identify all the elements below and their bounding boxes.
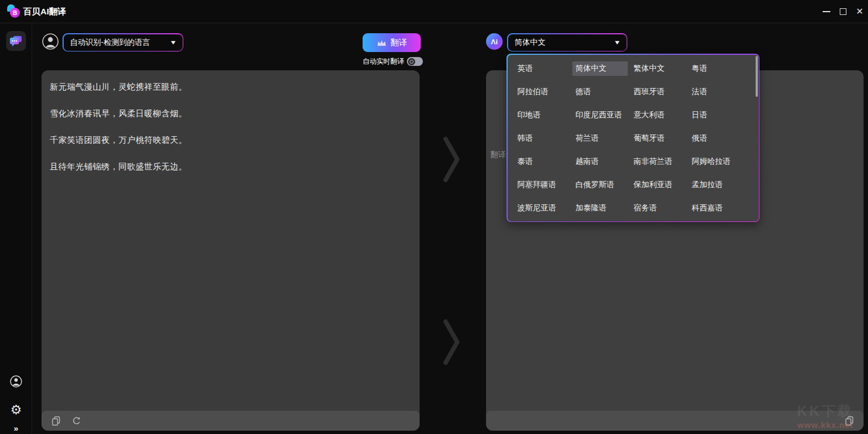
- language-dropdown-panel: 英语 简体中文 繁体中文 粤语 阿拉伯语 德语 西班牙语 法语 印地语 印度尼西…: [507, 54, 760, 222]
- retranslate-button[interactable]: [71, 416, 81, 426]
- language-option[interactable]: 阿拉伯语: [518, 87, 576, 97]
- sidebar-collapse-button[interactable]: »: [0, 423, 32, 433]
- app-title: 百贝AI翻译: [23, 0, 66, 23]
- language-option[interactable]: 科西嘉语: [692, 203, 750, 213]
- source-line: 新元瑞气漫山川，灵蛇携祥至眼前。: [50, 74, 411, 100]
- gear-icon: ⚙: [11, 404, 22, 416]
- logo-b-icon: B: [10, 8, 20, 18]
- ai-avatar-icon: Λi: [486, 33, 503, 50]
- language-option[interactable]: 德语: [576, 87, 634, 97]
- target-panel-toolbar: [486, 411, 864, 431]
- language-option[interactable]: 粤语: [692, 64, 750, 74]
- close-icon: ✕: [856, 7, 863, 16]
- refresh-icon: [72, 416, 81, 426]
- source-user-avatar: [42, 33, 59, 50]
- language-option[interactable]: 英语: [518, 64, 576, 74]
- account-icon: [10, 375, 22, 388]
- translate-button-label: 翻译: [391, 38, 407, 48]
- language-option[interactable]: 俄语: [692, 133, 750, 143]
- language-option[interactable]: 白俄罗斯语: [576, 180, 634, 190]
- maximize-button[interactable]: [834, 0, 852, 23]
- language-option-selected[interactable]: 简体中文: [576, 61, 634, 76]
- language-option[interactable]: 保加利亚语: [634, 180, 692, 190]
- language-option[interactable]: 阿姆哈拉语: [692, 157, 750, 167]
- dropdown-scrollbar[interactable]: [756, 56, 758, 97]
- source-line: 雪化冰消春讯早，风柔日暖柳含烟。: [50, 100, 411, 127]
- copy-button[interactable]: [51, 416, 61, 426]
- app-logo-icon: B: [7, 4, 22, 19]
- language-option[interactable]: 印度尼西亚语: [576, 110, 634, 120]
- language-option[interactable]: 阿塞拜疆语: [518, 180, 576, 190]
- collapse-icon: »: [14, 423, 18, 433]
- source-line: 且待年光铺锦绣，同歌盛世乐无边。: [50, 153, 411, 180]
- chevron-down-icon: ▼: [613, 39, 621, 45]
- copy-icon: [52, 416, 60, 426]
- maximize-icon: [840, 8, 846, 15]
- copy-button[interactable]: [844, 416, 854, 426]
- source-text-area[interactable]: 新元瑞气漫山川，灵蛇携祥至眼前。 雪化冰消春讯早，风柔日暖柳含烟。 千家笑语团圆…: [42, 70, 420, 431]
- language-option[interactable]: 泰语: [518, 157, 576, 167]
- target-language-label: 简体中文: [515, 38, 614, 48]
- language-option[interactable]: 加泰隆语: [576, 203, 634, 213]
- sidebar: ⚙ »: [0, 24, 32, 434]
- language-option[interactable]: 越南语: [576, 157, 634, 167]
- copy-icon: [845, 416, 854, 426]
- language-option[interactable]: 荷兰语: [576, 133, 634, 143]
- source-line: 千家笑语团圆夜，万户桃符映碧天。: [50, 127, 411, 153]
- toggle-knob: [408, 58, 415, 65]
- language-option[interactable]: 孟加拉语: [692, 180, 750, 190]
- sidebar-settings-button[interactable]: ⚙: [0, 404, 32, 416]
- language-option[interactable]: 法语: [692, 87, 750, 97]
- language-grid: 英语 简体中文 繁体中文 粤语 阿拉伯语 德语 西班牙语 法语 印地语 印度尼西…: [518, 57, 750, 220]
- language-option[interactable]: 韩语: [518, 133, 576, 143]
- language-option[interactable]: 日语: [692, 110, 750, 120]
- title-bar: B 百贝AI翻译 ✕: [0, 0, 868, 23]
- language-option[interactable]: 繁体中文: [634, 64, 692, 74]
- chat-translate-icon: [9, 35, 23, 47]
- language-option[interactable]: 西班牙语: [634, 87, 692, 97]
- language-option[interactable]: 意大利语: [634, 110, 692, 120]
- arrow-right-icon: [442, 319, 461, 365]
- auto-translate-toggle[interactable]: [407, 57, 423, 66]
- language-option[interactable]: 葡萄牙语: [634, 133, 692, 143]
- source-language-selector[interactable]: 自动识别-检测到的语言 ▼: [63, 33, 183, 51]
- minimize-button[interactable]: [817, 0, 836, 23]
- translate-button[interactable]: 翻译: [363, 33, 421, 52]
- sidebar-item-text-translate[interactable]: [6, 31, 26, 51]
- language-option[interactable]: 南非荷兰语: [634, 157, 692, 167]
- target-language-selector[interactable]: 简体中文 ▼: [507, 33, 627, 51]
- language-option[interactable]: 印地语: [518, 110, 576, 120]
- crown-icon: [376, 39, 387, 47]
- arrow-right-icon: [442, 136, 461, 183]
- close-button[interactable]: ✕: [850, 0, 868, 23]
- source-text: 新元瑞气漫山川，灵蛇携祥至眼前。 雪化冰消春讯早，风柔日暖柳含烟。 千家笑语团圆…: [50, 74, 411, 180]
- source-language-label: 自动识别-检测到的语言: [70, 38, 170, 48]
- minimize-icon: [823, 11, 830, 12]
- chevron-down-icon: ▼: [169, 39, 177, 45]
- auto-translate-row: 自动实时翻译: [363, 56, 423, 67]
- sidebar-account-button[interactable]: [0, 375, 32, 388]
- language-option[interactable]: 波斯尼亚语: [518, 203, 576, 213]
- auto-translate-label: 自动实时翻译: [363, 57, 404, 66]
- source-panel-toolbar: [42, 411, 420, 431]
- language-option[interactable]: 宿务语: [634, 203, 692, 213]
